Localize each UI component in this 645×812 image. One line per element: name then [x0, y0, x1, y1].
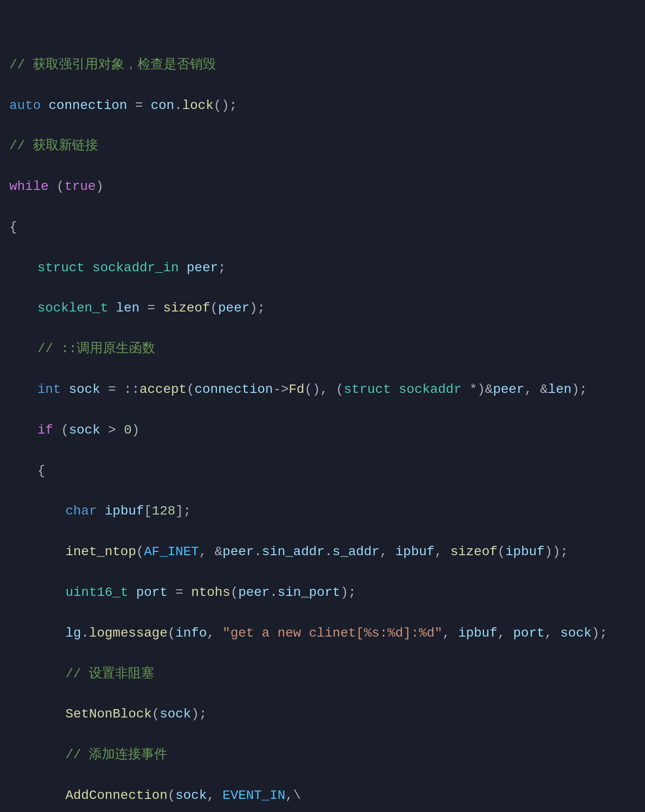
code-line-17: SetNonBlock(sock);: [5, 704, 640, 724]
code-line-2: auto connection = con.lock();: [5, 95, 640, 116]
code-line-19: AddConnection(sock, EVENT_IN,\: [5, 785, 640, 805]
code-line-7: socklen_t len = sizeof(peer);: [5, 298, 640, 318]
code-block: // 获取强引用对象，检查是否销毁 auto connection = con.…: [5, 9, 640, 812]
code-line-9: int sock = ::accept(connection->Fd(), (s…: [5, 379, 640, 399]
code-line-12: char ipbuf[128];: [5, 501, 640, 521]
code-line-3: // 获取新链接: [5, 136, 640, 156]
code-line-1: // 获取强引用对象，检查是否销毁: [5, 55, 640, 75]
code-line-15: lg.logmessage(info, "get a new clinet[%s…: [5, 623, 640, 643]
code-line-11: {: [5, 461, 640, 481]
code-line-18: // 添加连接事件: [5, 745, 640, 765]
code-line-8: // ::调用原生函数: [5, 339, 640, 359]
code-line-10: if (sock > 0): [5, 420, 640, 440]
code-line-14: uint16_t port = ntohs(peer.sin_port);: [5, 582, 640, 602]
code-line-6: struct sockaddr_in peer;: [5, 258, 640, 278]
code-line-4: while (true): [5, 176, 640, 196]
code-line-13: inet_ntop(AF_INET, &peer.sin_addr.s_addr…: [5, 542, 640, 562]
code-line-16: // 设置非阻塞: [5, 664, 640, 684]
code-line-5: {: [5, 217, 640, 237]
